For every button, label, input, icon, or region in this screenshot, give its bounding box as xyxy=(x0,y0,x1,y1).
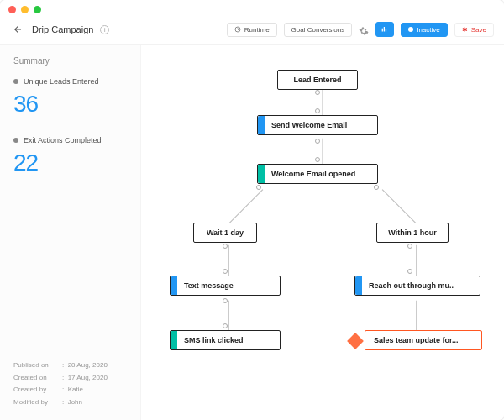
goal-label: Goal Conversions xyxy=(291,26,345,34)
connector-dot xyxy=(315,108,320,113)
save-badge-icon: ✱ xyxy=(462,26,468,34)
clock-icon xyxy=(234,26,241,33)
meta-published: Publised on: 20 Aug, 2020 xyxy=(13,360,127,371)
gear-icon xyxy=(359,26,369,36)
connector-dot xyxy=(315,157,320,162)
node-wait-1-day[interactable]: Wait 1 day xyxy=(193,223,257,243)
stat-exit-actions-label: Exit Actions Completed xyxy=(13,136,127,144)
settings-button[interactable] xyxy=(359,24,369,34)
node-reach-out[interactable]: Reach out through mu.. xyxy=(354,276,480,296)
minimize-icon[interactable] xyxy=(21,6,29,13)
summary-sidebar: Summary Unique Leads Entered 36 Exit Act… xyxy=(0,45,141,420)
connector-dot xyxy=(315,90,320,95)
flow-canvas[interactable]: Lead Entered Send Welcome Email Welcome … xyxy=(141,45,504,420)
meta-modified-by: Modified by: John xyxy=(13,396,127,408)
summary-heading: Summary xyxy=(13,56,127,66)
runtime-button[interactable]: Runtime xyxy=(227,23,277,37)
svg-line-3 xyxy=(228,190,263,224)
page-title: Drip Campaign xyxy=(32,24,93,34)
info-icon[interactable]: i xyxy=(100,25,109,34)
bar-chart-icon xyxy=(381,25,389,34)
node-sms-clicked[interactable]: SMS link clicked xyxy=(170,330,281,350)
page-header: Drip Campaign i Runtime Goal Conversions… xyxy=(0,18,504,45)
runtime-label: Runtime xyxy=(244,26,270,34)
stat-unique-leads-value: 36 xyxy=(13,91,127,118)
connector-dot xyxy=(223,323,228,328)
node-send-welcome-email[interactable]: Send Welcome Email xyxy=(257,115,378,135)
meta-created-by: Created by: Katie xyxy=(13,384,127,396)
node-text-message[interactable]: Text message xyxy=(170,276,281,296)
close-icon[interactable] xyxy=(8,6,16,13)
meta-block: Publised on: 20 Aug, 2020 Created on: 17… xyxy=(13,360,127,408)
back-button[interactable] xyxy=(10,22,25,37)
connector-dot xyxy=(407,244,412,249)
meta-created: Created on: 17 Aug, 2020 xyxy=(13,372,127,384)
save-label: Save xyxy=(471,26,486,34)
stat-unique-leads-label: Unique Leads Entered xyxy=(13,77,127,86)
bullet-icon xyxy=(13,138,18,143)
node-within-1-hour[interactable]: Within 1 hour xyxy=(376,223,449,243)
inactive-button[interactable]: Inactive xyxy=(401,23,448,37)
node-lead-entered[interactable]: Lead Entered xyxy=(277,70,358,90)
chart-button[interactable] xyxy=(375,22,394,37)
connector-dot xyxy=(256,185,261,190)
node-welcome-opened[interactable]: Welcome Email opened xyxy=(257,164,378,184)
bullet-icon xyxy=(13,79,18,84)
svg-line-4 xyxy=(382,190,417,224)
window-titlebar xyxy=(0,0,504,18)
goal-conversions-button[interactable]: Goal Conversions xyxy=(284,23,353,37)
stat-exit-actions-value: 22 xyxy=(13,150,127,176)
connector-dot xyxy=(223,269,228,274)
connector-dot xyxy=(315,139,320,144)
connector-dot xyxy=(374,185,379,190)
status-dot-icon xyxy=(408,27,413,32)
app-window: Drip Campaign i Runtime Goal Conversions… xyxy=(0,0,504,420)
inactive-label: Inactive xyxy=(417,26,440,34)
connector-dot xyxy=(407,269,412,274)
content-body: Summary Unique Leads Entered 36 Exit Act… xyxy=(0,45,504,420)
connector-dot xyxy=(223,244,228,249)
zoom-icon[interactable] xyxy=(34,6,41,13)
connector-dot xyxy=(223,298,228,303)
save-button[interactable]: ✱ Save xyxy=(454,23,494,37)
node-sales-update[interactable]: Sales team update for... xyxy=(365,330,482,350)
